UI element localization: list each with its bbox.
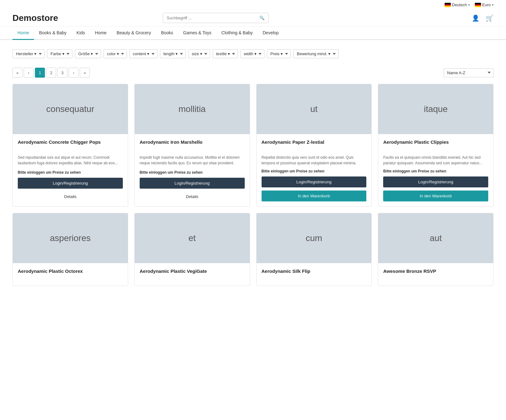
page-2[interactable]: 2 (46, 68, 56, 78)
nav-item-clothing-baby[interactable]: Clothing & Baby (216, 27, 258, 40)
btn-login-2[interactable]: Login/Registrierung (140, 178, 245, 189)
filter-color[interactable]: color ▾ (104, 49, 127, 58)
sort-select[interactable]: Name A-Z Name Z-A Preis aufsteigend Prei… (444, 68, 494, 77)
product-card-5: asperiores Aerodynamic Plastic Octorex (12, 213, 128, 286)
flag-de-icon2 (475, 3, 481, 7)
product-card-3: ut Aerodynamic Paper Z-lestial Repellat … (256, 84, 372, 207)
nav-item-home2[interactable]: Home (90, 27, 112, 40)
filter-content[interactable]: content ▾ (129, 49, 157, 58)
nav-item-books-baby[interactable]: Books & Baby (34, 27, 71, 40)
main-nav: Home Books & Baby Kids Home Beauty & Gro… (0, 27, 506, 40)
lang-dropdown-arrow: ▾ (468, 3, 470, 7)
btn-cart-3[interactable]: In den Warenkorb (262, 191, 367, 201)
product-image-text-1: consequatur (43, 101, 97, 117)
btn-details-1[interactable]: Details (18, 192, 123, 201)
product-body-3: Aerodynamic Paper Z-lestial Repellat dis… (257, 134, 372, 206)
nav-item-beauty-grocery[interactable]: Beauty & Grocery (112, 27, 156, 40)
header-icons: 👤 🛒 (472, 14, 494, 22)
flag-de-icon (445, 3, 451, 7)
search-input[interactable] (163, 13, 256, 23)
product-image-7: cum (257, 213, 372, 263)
product-image-text-8: aut (426, 230, 445, 246)
product-body-7: Aerodynamic Silk Flip (257, 263, 372, 286)
product-card-2: mollitia Aerodynamic Iron Marshello Impe… (134, 84, 250, 207)
btn-login-3[interactable]: Login/Registrierung (262, 176, 367, 187)
btn-login-4[interactable]: Login/Registrierung (383, 176, 488, 187)
product-grid: consequatur Aerodynamic Concrete Chigger… (0, 84, 506, 298)
product-desc-3: Repellat distinctio quia vero sunt id od… (262, 155, 367, 166)
pagination: « ‹ 1 2 3 › » (12, 68, 90, 78)
product-body-5: Aerodynamic Plastic Octorex (13, 263, 128, 286)
product-image-6: et (135, 213, 250, 263)
btn-cart-4[interactable]: In den Warenkorb (383, 191, 488, 201)
filter-groesse[interactable]: Größe ▾ (75, 49, 101, 58)
filter-bar: Hersteller ▾ Farbe ▾ Größe ▾ color ▾ con… (0, 40, 506, 65)
search-button[interactable]: 🔍 (256, 13, 268, 23)
product-title-7: Aerodynamic Silk Flip (262, 268, 367, 281)
header: Demostore 🔍 👤 🛒 (0, 10, 506, 27)
filter-size[interactable]: size ▾ (188, 49, 210, 58)
product-card-6: et Aerodynamic Plastic VegiGate (134, 213, 250, 286)
product-price-msg-3: Bitte einloggen um Preise zu sehen (262, 169, 367, 173)
filter-preis[interactable]: Preis ▾ (267, 49, 291, 58)
product-title-3: Aerodynamic Paper Z-lestial (262, 139, 367, 152)
product-title-8: Awesome Bronze RSVP (383, 268, 488, 281)
product-image-text-4: itaque (421, 101, 451, 117)
product-body-8: Awesome Bronze RSVP (378, 263, 493, 286)
product-desc-2: Impedit fugit maxime nulla accusamus. Mo… (140, 155, 245, 167)
page-prev[interactable]: ‹ (24, 68, 34, 78)
filter-farbe[interactable]: Farbe ▾ (47, 49, 72, 58)
product-title-2: Aerodynamic Iron Marshello (140, 139, 245, 152)
search-bar: 🔍 (163, 13, 269, 23)
language-label: Deutsch (452, 2, 467, 7)
product-body-4: Aerodynamic Plastic Clippies Facilis ea … (378, 134, 493, 206)
currency-selector[interactable]: Euro ▾ (475, 2, 494, 7)
product-image-3: ut (257, 84, 372, 134)
language-selector[interactable]: Deutsch ▾ (445, 2, 470, 7)
user-icon[interactable]: 👤 (472, 14, 479, 22)
product-card-4: itaque Aerodynamic Plastic Clippies Faci… (378, 84, 494, 207)
product-image-text-5: asperiores (47, 230, 94, 246)
product-price-msg-1: Bitte einloggen um Preise zu sehen (18, 170, 123, 175)
top-bar: Deutsch ▾ Euro ▾ (0, 0, 506, 10)
nav-item-kids[interactable]: Kids (71, 27, 90, 40)
page-1[interactable]: 1 (35, 68, 45, 78)
logo-rest: store (37, 13, 58, 23)
filter-length[interactable]: length ▾ (160, 49, 186, 58)
nav-item-games-toys[interactable]: Games & Toys (178, 27, 216, 40)
product-image-text-6: et (185, 230, 199, 246)
product-image-5: asperiores (13, 213, 128, 263)
product-image-4: itaque (378, 84, 493, 134)
product-title-1: Aerodynamic Concrete Chigger Pops (18, 139, 123, 152)
product-card-1: consequatur Aerodynamic Concrete Chigger… (12, 84, 128, 207)
filter-bewertung[interactable]: Bewertung mind. ▾ (293, 49, 339, 58)
page-first[interactable]: « (12, 68, 22, 78)
currency-dropdown-arrow: ▾ (492, 3, 494, 7)
product-title-6: Aerodynamic Plastic VegiGate (140, 268, 245, 281)
nav-item-books[interactable]: Books (156, 27, 178, 40)
btn-details-2[interactable]: Details (140, 192, 245, 201)
product-image-8: aut (378, 213, 493, 263)
filter-width[interactable]: width ▾ (240, 49, 264, 58)
nav-item-develop[interactable]: Develop (258, 27, 284, 40)
nav-item-home[interactable]: Home (12, 27, 34, 40)
logo-bold: Demo (12, 13, 37, 23)
filter-hersteller[interactable]: Hersteller ▾ (12, 49, 45, 58)
product-body-6: Aerodynamic Plastic VegiGate (135, 263, 250, 286)
pagination-row: « ‹ 1 2 3 › » Name A-Z Name Z-A Preis au… (0, 65, 506, 84)
product-price-msg-2: Bitte einloggen um Preise zu sehen (140, 170, 245, 175)
product-image-text-3: ut (307, 101, 320, 117)
product-card-7: cum Aerodynamic Silk Flip (256, 213, 372, 286)
btn-login-1[interactable]: Login/Registrierung (18, 178, 123, 189)
page-3[interactable]: 3 (57, 68, 67, 78)
page-next[interactable]: › (69, 68, 79, 78)
product-image-1: consequatur (13, 84, 128, 134)
cart-icon[interactable]: 🛒 (486, 14, 494, 22)
filter-textile[interactable]: textile ▾ (213, 49, 238, 58)
product-body-2: Aerodynamic Iron Marshello Impedit fugit… (135, 134, 250, 206)
page-last[interactable]: » (80, 68, 90, 78)
logo[interactable]: Demostore (12, 13, 58, 23)
currency-label: Euro (482, 2, 491, 7)
product-price-msg-4: Bitte einloggen um Preise zu sehen (383, 169, 488, 173)
product-image-text-2: mollitia (176, 101, 209, 117)
